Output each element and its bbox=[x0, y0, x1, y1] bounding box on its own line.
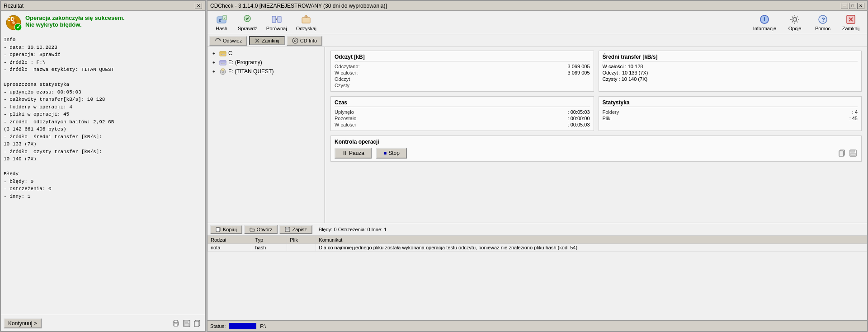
close-button[interactable]: ✕ bbox=[857, 3, 864, 9]
minimize-button[interactable]: ─ bbox=[841, 3, 848, 9]
pauza-icon: ⏸ bbox=[342, 150, 347, 156]
stats-panel: Odczyt [kB] Odczytano: 3 069 005 W całoś… bbox=[325, 47, 867, 223]
main-content: + C: + E: (Programy) bbox=[208, 47, 867, 223]
sredni-czysty-row: Czysty : 10 140 (7X) bbox=[603, 76, 858, 82]
main-titlebar: CDCheck - 3.1.14.0 [NIEZAREJESTROWANY (3… bbox=[208, 1, 867, 11]
print-icon[interactable] bbox=[171, 319, 180, 328]
pozostalo-label: Pozostało bbox=[335, 116, 356, 121]
kopiuj-button[interactable]: Kopiuj bbox=[210, 225, 242, 234]
uplynelo-value: : 00:05:03 bbox=[568, 109, 590, 115]
maximize-button[interactable]: □ bbox=[849, 3, 856, 9]
informacje-button[interactable]: i Informacje bbox=[749, 13, 780, 33]
pomoc-button[interactable]: ? Pomoc bbox=[809, 13, 836, 33]
tree-label-c: C: bbox=[228, 50, 234, 56]
stats-save-icon[interactable] bbox=[849, 149, 858, 158]
w-calosci-value: 3 069 005 bbox=[568, 70, 590, 75]
svg-rect-22 bbox=[302, 18, 310, 23]
czas-section: Czas Upłynęło : 00:05:03 Pozostało : 00:… bbox=[330, 96, 594, 131]
sprawdz-button[interactable]: Sprawdź bbox=[234, 13, 261, 33]
drive-e-icon bbox=[219, 59, 226, 66]
pauza-label: Pauza bbox=[349, 150, 364, 156]
svg-rect-21 bbox=[278, 16, 281, 23]
col-typ: Typ bbox=[252, 236, 287, 244]
rezultat-title: Rezultat bbox=[4, 3, 24, 9]
w-calosci2-value: : 00:05:03 bbox=[568, 122, 590, 127]
cell-komunikat: Dla co najmniej jednego pliku została wy… bbox=[316, 244, 867, 252]
bottom-area: Kopiuj Otwórz Zapisz Błędy: 0 Ostrzeżeni… bbox=[208, 223, 867, 331]
cell-rodzai: nota bbox=[208, 244, 252, 252]
stop-icon: ■ bbox=[383, 150, 387, 156]
left-panel: Rezultat ✕ CD ✓ Operacja zakończyła się … bbox=[0, 0, 206, 332]
cd-info-button[interactable]: i CD Info bbox=[287, 36, 322, 46]
col-komunikat: Komunikat bbox=[316, 236, 867, 244]
pomoc-icon: ? bbox=[817, 14, 828, 25]
toolbar-right: i Informacje Opcje ? bbox=[749, 13, 864, 33]
status-label: Status: bbox=[210, 323, 226, 329]
tree-expand-c[interactable]: + bbox=[210, 50, 217, 57]
svg-text:✓: ✓ bbox=[16, 24, 21, 30]
zamknij-toolbar-button[interactable]: Zamknij bbox=[837, 13, 864, 33]
svg-rect-9 bbox=[174, 323, 175, 323]
tree-item-c[interactable]: + C: bbox=[209, 49, 323, 58]
opcje-button[interactable]: Opcje bbox=[781, 13, 808, 33]
right-panel: CDCheck - 3.1.14.0 [NIEZAREJESTROWANY (3… bbox=[207, 0, 868, 332]
stats-copy-icon[interactable] bbox=[838, 149, 847, 158]
zapisz-button[interactable]: Zapisz bbox=[279, 225, 312, 234]
zamknij-label: Zamknij bbox=[842, 26, 860, 31]
cell-plik bbox=[287, 244, 316, 252]
odczytano-label: Odczytano: bbox=[335, 64, 360, 69]
rezultat-titlebar: Rezultat ✕ bbox=[1, 1, 205, 11]
title-buttons: ─ □ ✕ bbox=[841, 3, 864, 9]
w-calosci-row: W całości : 3 069 005 bbox=[335, 70, 590, 76]
tree-item-e[interactable]: + E: (Programy) bbox=[209, 58, 323, 67]
hash-button[interactable]: # ✓ Hash bbox=[210, 13, 233, 33]
zamknij-sec-button[interactable]: Zamknij bbox=[249, 36, 285, 45]
tree-expand-e[interactable]: + bbox=[210, 59, 217, 66]
save-icon[interactable] bbox=[182, 319, 191, 328]
svg-rect-45 bbox=[839, 151, 844, 156]
table-row: notahashDla co najmniej jednego pliku zo… bbox=[208, 244, 867, 252]
zapisz-label: Zapisz bbox=[292, 227, 307, 232]
tree-label-e: E: (Programy) bbox=[228, 59, 262, 65]
info-content: Info - data: 30.10.2023 - operacja: Spra… bbox=[1, 34, 205, 315]
status-progress bbox=[229, 323, 256, 329]
kopiuj-icon bbox=[216, 227, 221, 232]
odczyt-title: Odczyt [kB] bbox=[335, 54, 590, 61]
odzyskaj-label: Odzyskaj bbox=[296, 26, 316, 31]
svg-rect-47 bbox=[851, 150, 854, 152]
informacje-label: Informacje bbox=[753, 26, 776, 31]
pliki-value: : 45 bbox=[849, 116, 858, 121]
uplynelo-row: Upłynęło : 00:05:03 bbox=[335, 109, 590, 115]
main-title: CDCheck - 3.1.14.0 [NIEZAREJESTROWANY (3… bbox=[210, 3, 387, 9]
tree-item-f[interactable]: + F: (TITAN QUEST) bbox=[209, 67, 323, 76]
col-rodzai: Rodzai bbox=[208, 236, 252, 244]
stats-extra-icons bbox=[838, 149, 858, 158]
pauza-button[interactable]: ⏸ Pauza bbox=[335, 148, 372, 159]
continue-button[interactable]: Kontynuuj > bbox=[4, 318, 42, 328]
svg-rect-35 bbox=[222, 54, 225, 55]
porownaj-button[interactable]: Porównaj bbox=[262, 13, 291, 33]
stop-button[interactable]: ■ Stop bbox=[376, 148, 407, 159]
sredni-calosci-value: W całości : 10 128 bbox=[603, 64, 643, 69]
left-bottom-bar: Kontynuuj > bbox=[1, 315, 205, 331]
tree-expand-f[interactable]: + bbox=[210, 68, 217, 75]
otworz-icon bbox=[250, 227, 255, 232]
odzyskaj-button[interactable]: Odzyskaj bbox=[292, 13, 321, 33]
svg-text:#: # bbox=[219, 18, 222, 23]
svg-rect-33 bbox=[220, 51, 226, 53]
foldery-row: Foldery : 4 bbox=[603, 109, 858, 115]
odswiez-button[interactable]: Odśwież bbox=[209, 36, 247, 46]
otworz-button[interactable]: Otwórz bbox=[244, 225, 278, 234]
sredni-odczyt-row: Odczyt : 10 133 (7X) bbox=[603, 70, 858, 76]
svg-rect-7 bbox=[174, 320, 178, 323]
cd-info-icon: i bbox=[292, 37, 298, 44]
copy-icon[interactable] bbox=[193, 319, 202, 328]
svg-rect-39 bbox=[222, 63, 225, 64]
rezultat-close-button[interactable]: ✕ bbox=[195, 3, 202, 9]
svg-rect-43 bbox=[222, 69, 224, 70]
second-toolbar: Odśwież Zamknij i CD Info bbox=[208, 34, 867, 47]
col-plik: Plik bbox=[287, 236, 316, 244]
tree-panel: + C: + E: (Programy) bbox=[208, 47, 325, 223]
svg-rect-20 bbox=[272, 16, 276, 23]
success-line1: Operacja zakończyła się sukcesem. bbox=[25, 14, 125, 21]
